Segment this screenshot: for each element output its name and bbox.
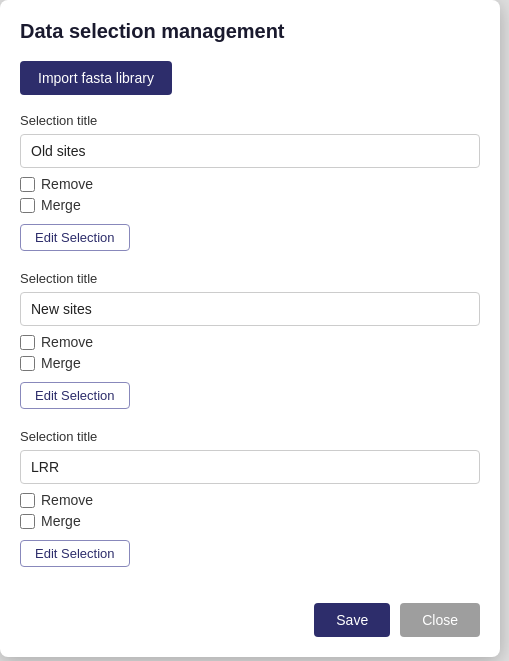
remove-checkbox-2[interactable] — [20, 335, 35, 350]
selection-input-1[interactable] — [20, 134, 480, 168]
selection-input-3[interactable] — [20, 450, 480, 484]
remove-checkbox-1[interactable] — [20, 177, 35, 192]
merge-checkbox-2[interactable] — [20, 356, 35, 371]
remove-checkbox-3[interactable] — [20, 493, 35, 508]
remove-label-1: Remove — [41, 176, 93, 192]
merge-label-2: Merge — [41, 355, 81, 371]
merge-label-3: Merge — [41, 513, 81, 529]
merge-row-1: Merge — [20, 197, 480, 213]
dialog-overlay: Data selection management Import fasta l… — [0, 0, 509, 661]
merge-row-2: Merge — [20, 355, 480, 371]
import-fasta-button[interactable]: Import fasta library — [20, 61, 172, 95]
selection-label-2: Selection title — [20, 271, 480, 286]
remove-label-3: Remove — [41, 492, 93, 508]
selection-input-2[interactable] — [20, 292, 480, 326]
remove-row-3: Remove — [20, 492, 480, 508]
remove-row-2: Remove — [20, 334, 480, 350]
edit-selection-button-3[interactable]: Edit Selection — [20, 540, 130, 567]
merge-label-1: Merge — [41, 197, 81, 213]
edit-selection-button-1[interactable]: Edit Selection — [20, 224, 130, 251]
remove-label-2: Remove — [41, 334, 93, 350]
remove-row-1: Remove — [20, 176, 480, 192]
dialog-title: Data selection management — [20, 20, 480, 43]
selection-label-3: Selection title — [20, 429, 480, 444]
selection-group-3: Selection title Remove Merge Edit Select… — [20, 429, 480, 571]
merge-checkbox-3[interactable] — [20, 514, 35, 529]
edit-selection-button-2[interactable]: Edit Selection — [20, 382, 130, 409]
data-selection-dialog: Data selection management Import fasta l… — [0, 0, 500, 657]
selection-group-1: Selection title Remove Merge Edit Select… — [20, 113, 480, 255]
selection-group-2: Selection title Remove Merge Edit Select… — [20, 271, 480, 413]
close-button[interactable]: Close — [400, 603, 480, 637]
merge-checkbox-1[interactable] — [20, 198, 35, 213]
dialog-footer: Save Close — [20, 591, 480, 637]
merge-row-3: Merge — [20, 513, 480, 529]
selection-label-1: Selection title — [20, 113, 480, 128]
save-button[interactable]: Save — [314, 603, 390, 637]
